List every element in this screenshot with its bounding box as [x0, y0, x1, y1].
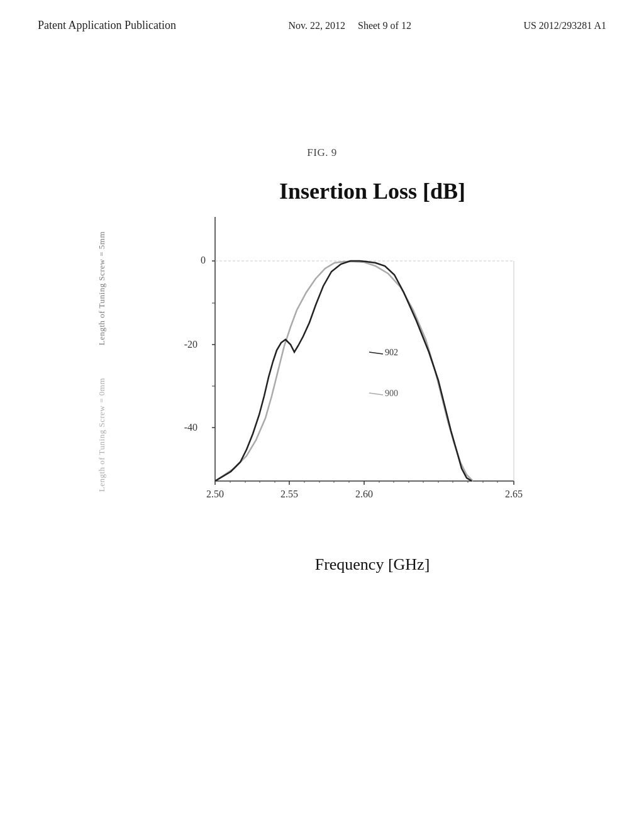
publication-date-sheet: Nov. 22, 2012 Sheet 9 of 12	[289, 20, 411, 31]
curve-902	[215, 261, 472, 481]
legend-902-text: 902	[385, 348, 398, 357]
publication-title: Patent Application Publication	[38, 18, 176, 33]
y-axis-rotated-labels: Length of Tuning Screw = 5mm Length of T…	[86, 217, 118, 506]
svg-text:2.55: 2.55	[280, 489, 298, 499]
chart-container: Length of Tuning Screw = 5mm Length of T…	[121, 211, 574, 550]
svg-line-38	[369, 393, 383, 395]
svg-line-37	[369, 352, 383, 354]
page-header: Patent Application Publication Nov. 22, …	[0, 0, 644, 33]
svg-text:0: 0	[201, 255, 206, 265]
patent-number: US 2012/293281 A1	[523, 20, 606, 31]
figure-label: FIG. 9	[0, 147, 644, 159]
svg-text:2.65: 2.65	[505, 489, 523, 499]
legend-900-text: 900	[385, 389, 398, 398]
y-axis-label-0mm: Length of Tuning Screw = 0mm	[97, 378, 107, 492]
chart-title: Insertion Loss [dB]	[171, 178, 574, 204]
curve-900	[215, 262, 473, 481]
sheet-info: Sheet 9 of 12	[358, 20, 411, 31]
svg-text:2.50: 2.50	[206, 489, 224, 499]
y-axis-label-5mm: Length of Tuning Screw = 5mm	[97, 231, 107, 345]
svg-text:-20: -20	[184, 339, 197, 350]
chart-area: Insertion Loss [dB] Length of Tuning Scr…	[121, 178, 574, 555]
svg-text:-40: -40	[184, 422, 197, 433]
svg-text:2.60: 2.60	[355, 489, 373, 499]
publication-date: Nov. 22, 2012	[289, 20, 346, 31]
x-axis-label: Frequency [GHz]	[171, 555, 574, 574]
chart-svg: 0 -20 -40 2.50 2.55 2.60 2.65	[171, 211, 536, 531]
